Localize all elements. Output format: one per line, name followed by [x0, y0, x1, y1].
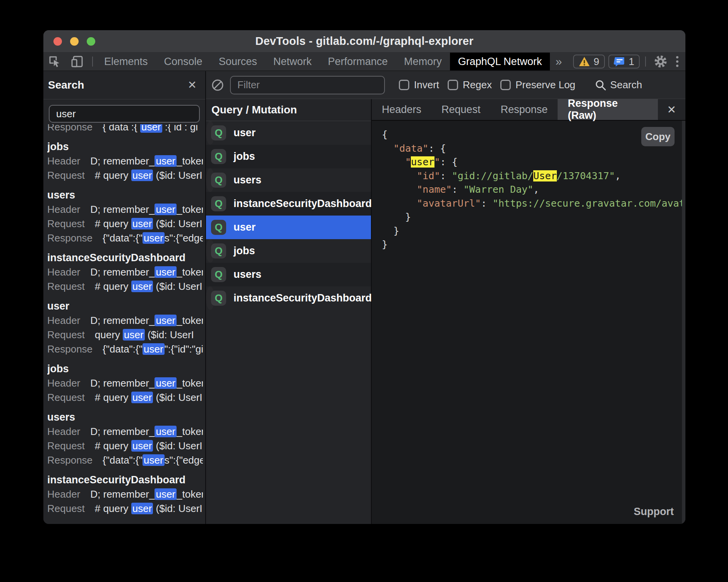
result-row-label: Request: [47, 218, 85, 229]
result-row[interactable]: HeaderD; remember_user_token=e: [47, 376, 203, 390]
result-row[interactable]: Response{ data :{ user :{ id : gi: [47, 124, 203, 134]
result-row[interactable]: HeaderD; remember_user_token=e: [47, 154, 203, 168]
result-row[interactable]: HeaderD; remember_user_token=e: [47, 425, 203, 439]
filter-input[interactable]: [230, 76, 385, 94]
result-row[interactable]: HeaderD; remember_user_token=e: [47, 313, 203, 328]
devtools-window: DevTools - gitlab.com/-/graphql-explorer…: [43, 30, 685, 524]
response-tab-response[interactable]: Response: [491, 99, 558, 120]
response-tab-request[interactable]: Request: [431, 99, 491, 120]
result-row[interactable]: Requestquery user ($id: UserI: [47, 328, 203, 342]
code-token: :: [452, 184, 464, 195]
match-highlight: user: [131, 503, 153, 514]
result-row[interactable]: HeaderD; remember_user_token=e: [47, 487, 203, 502]
result-text: # query: [95, 281, 131, 292]
zoom-window-button[interactable]: [87, 37, 95, 46]
checkbox-box-invert[interactable]: [399, 80, 409, 90]
inspect-cursor-icon[interactable]: [43, 53, 66, 70]
result-text: _token=e: [177, 155, 203, 167]
result-group-title: jobs: [47, 362, 203, 376]
checkbox-invert[interactable]: Invert: [399, 79, 439, 91]
minimize-window-button[interactable]: [70, 37, 79, 46]
code-token: [382, 198, 417, 209]
close-window-button[interactable]: [53, 37, 62, 46]
result-text: ":{"id":"gi: [165, 343, 203, 355]
query-item[interactable]: Qjobs: [206, 145, 371, 168]
query-item-label: user: [234, 127, 256, 139]
result-group-title: users: [47, 410, 203, 425]
result-row[interactable]: HeaderD; remember_user_token=e: [47, 202, 203, 217]
more-vertical-icon[interactable]: [672, 56, 685, 67]
support-link[interactable]: Support: [634, 506, 674, 518]
query-item[interactable]: Quser: [206, 121, 215, 145]
query-item[interactable]: Qusers: [206, 168, 215, 192]
tab-elements[interactable]: Elements: [96, 53, 156, 70]
result-row[interactable]: Request# query user ($id: UserI: [47, 279, 203, 294]
result-row[interactable]: Request# query user ($id: UserI: [47, 439, 203, 453]
query-item[interactable]: Qjobs: [206, 239, 215, 263]
console-message-icon: [614, 56, 625, 67]
result-text: # query: [95, 392, 131, 403]
result-text: # query: [95, 218, 131, 229]
clipped-result-row[interactable]: Response{ data :{ user :{ id : gi: [47, 124, 203, 134]
titlebar: DevTools - gitlab.com/-/graphql-explorer: [43, 30, 685, 53]
query-type-badge: Q: [211, 196, 226, 211]
result-row[interactable]: Request# query user ($id: UserI: [47, 390, 203, 405]
result-text: D; remember_: [90, 266, 155, 278]
tab-sources[interactable]: Sources: [211, 53, 265, 70]
device-toolbar-icon[interactable]: [66, 53, 89, 70]
query-item[interactable]: Qusers: [206, 263, 371, 286]
response-close-icon[interactable]: ✕: [658, 99, 685, 120]
checkbox-label-invert: Invert: [414, 79, 439, 91]
copy-button[interactable]: Copy: [641, 127, 675, 146]
result-row[interactable]: HeaderD; remember_user_token=e: [47, 265, 203, 279]
checkbox-label-preserve-log: Preserve Log: [515, 79, 575, 91]
search-input[interactable]: [49, 105, 200, 123]
warnings-badge[interactable]: 9: [573, 55, 604, 68]
result-row-label: Request: [47, 440, 85, 452]
search-close-icon[interactable]: ✕: [188, 80, 197, 91]
code-token: "name": [417, 184, 452, 195]
tab-network[interactable]: Network: [265, 53, 320, 70]
code-token: {: [382, 129, 388, 140]
result-row-label: Response: [47, 343, 93, 355]
network-search-toggle[interactable]: Search: [595, 79, 642, 91]
search-match-highlight: user: [411, 156, 434, 168]
result-row[interactable]: Response{"data":{"users":{"edges: [47, 231, 203, 245]
code-scrollbar[interactable]: [682, 121, 685, 524]
query-type-badge: Q: [211, 220, 226, 235]
query-item[interactable]: QinstanceSecurityDashboard: [206, 192, 371, 216]
checkbox-box-preserve-log[interactable]: [500, 80, 511, 90]
result-row-label: Header: [47, 377, 80, 389]
result-row[interactable]: Response{"data":{"user":{"id":"gi: [47, 342, 203, 356]
result-text: D; remember_: [90, 315, 155, 326]
settings-gear-icon[interactable]: [649, 55, 672, 68]
code-token: "Warren Day": [464, 184, 534, 195]
query-mutation-panel: Query / Mutation QuserQjobsQusersQinstan…: [206, 99, 372, 524]
tab-console[interactable]: Console: [156, 53, 211, 70]
result-text: # query: [95, 440, 131, 452]
query-item[interactable]: QinstanceSecurityDashboard: [206, 286, 215, 310]
result-row[interactable]: Request# query user ($id: UserI: [47, 168, 203, 183]
result-row[interactable]: Request# query user ($id: UserI: [47, 217, 203, 231]
checkbox-box-regex[interactable]: [448, 80, 458, 90]
response-tab-response-raw[interactable]: Response (Raw): [558, 99, 658, 120]
clear-block-icon[interactable]: [211, 78, 225, 92]
window-title: DevTools - gitlab.com/-/graphql-explorer: [255, 35, 473, 48]
code-token: "id": [417, 170, 440, 181]
response-tab-headers[interactable]: Headers: [372, 99, 431, 120]
result-text: _token=e: [177, 488, 203, 500]
messages-badge[interactable]: 1: [608, 55, 640, 68]
result-group-title: instanceSecurityDashboard: [47, 473, 203, 487]
tab-graphql-network[interactable]: GraphQL Network: [450, 53, 550, 70]
more-tabs-chevron-icon[interactable]: »: [550, 53, 567, 70]
result-group-title: users: [47, 188, 203, 202]
tab-performance[interactable]: Performance: [320, 53, 396, 70]
checkbox-regex[interactable]: Regex: [448, 79, 492, 91]
query-item-selected[interactable]: Quser: [206, 216, 371, 239]
result-row[interactable]: Response{"data":{"users":{"edges: [47, 453, 203, 467]
result-text: { data :{: [103, 124, 140, 133]
checkbox-preserve-log[interactable]: Preserve Log: [500, 79, 575, 91]
tab-memory[interactable]: Memory: [396, 53, 450, 70]
result-row[interactable]: Request# query user ($id: UserI: [47, 502, 203, 516]
result-text: ($id: UserI: [153, 281, 202, 292]
